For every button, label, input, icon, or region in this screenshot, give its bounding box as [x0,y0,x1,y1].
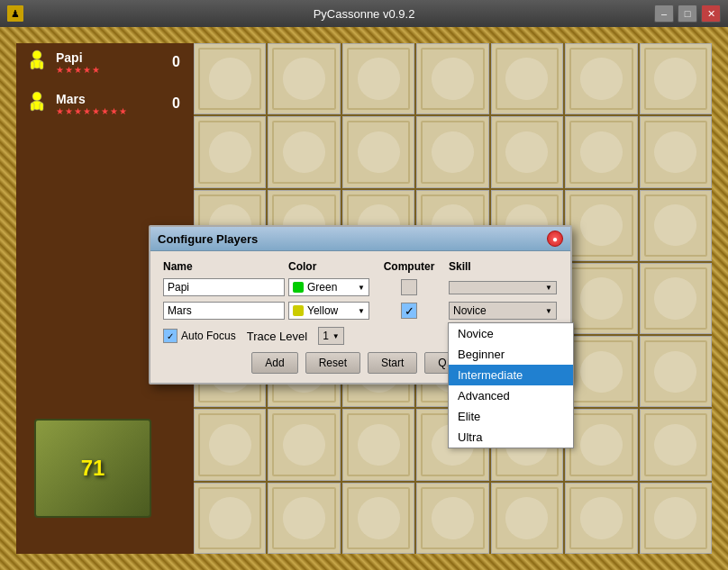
tile[interactable] [640,336,712,407]
tile[interactable] [416,483,488,554]
tile[interactable] [416,116,488,187]
dialog-column-headers: Name Color Computer Skill [163,260,558,273]
tile[interactable] [491,483,563,554]
player-card-mars: Mars ★★★★★★★★ 0 [16,85,187,122]
player-1-skill-select[interactable]: ▼ [449,281,557,294]
col-header-skill: Skill [449,260,557,273]
tile[interactable] [640,190,712,261]
tile[interactable] [640,483,712,554]
tile[interactable] [268,43,340,114]
player-2-color-select[interactable]: Yellow ▼ [288,302,369,320]
player-row-2: Yellow ▼ ✓ Novice ▼ [163,302,558,320]
player-score-mars: 0 [162,95,180,112]
player-1-computer-checkbox[interactable] [401,279,417,295]
tile[interactable] [640,409,712,480]
tile[interactable] [565,409,637,480]
player-name-mars: Mars [56,92,157,106]
player-2-color-label: Yellow [307,304,358,317]
tile[interactable] [268,483,340,554]
trace-arrow: ▼ [332,332,340,340]
skill-arrow-1: ▼ [545,284,552,292]
tile[interactable] [491,116,563,187]
tile[interactable] [416,43,488,114]
tile[interactable] [640,43,712,114]
tile-stack-image: 71 [34,419,151,518]
window-controls: – □ ✕ [654,5,721,23]
tile[interactable] [565,336,637,407]
meeple-papi [23,49,50,76]
auto-focus-label: ✓ Auto Focus [163,329,236,343]
tile[interactable] [565,263,637,334]
tile[interactable] [342,43,414,114]
tile[interactable] [491,409,563,480]
tile[interactable] [565,483,637,554]
player-1-name-input[interactable] [163,278,285,296]
close-button[interactable]: ✕ [701,5,721,23]
player-card-papi: Papi ★★★★★ 0 [16,43,187,81]
tile[interactable] [640,263,712,334]
player-2-skill-value: Novice [453,304,545,317]
dialog-buttons: Add Reset Start Q... [163,352,558,374]
options-row: ✓ Auto Focus Trace Level 1 ▼ [163,327,558,345]
player-stars-mars: ★★★★★★★★ [56,106,157,116]
player-stars-papi: ★★★★★ [56,65,157,75]
add-button[interactable]: Add [251,352,297,374]
svg-text:♟: ♟ [11,8,20,19]
tile[interactable] [565,43,637,114]
svg-point-6 [32,92,41,101]
col-header-computer: Computer [373,260,445,273]
trace-value: 1 [323,330,329,342]
tile[interactable] [640,116,712,187]
app-icon: ♟ [7,5,23,22]
start-button[interactable]: Start [368,352,417,374]
meeple-mars [23,90,50,117]
color-dropdown-arrow-1: ▼ [358,284,365,292]
player-1-color-label: Green [307,281,358,294]
quit-button[interactable]: Q... [424,352,469,374]
tile-stack: 71 [34,419,160,527]
player-2-computer-checkbox[interactable]: ✓ [401,303,417,319]
player-2-name-input[interactable] [163,302,285,320]
dialog-close-button[interactable]: ● [547,231,563,247]
tile[interactable] [565,190,637,261]
tile[interactable] [342,116,414,187]
tile[interactable] [342,483,414,554]
player-2-computer-cell: ✓ [373,303,445,319]
svg-rect-4 [31,61,34,69]
tile[interactable] [565,116,637,187]
tile[interactable] [342,409,414,480]
svg-rect-9 [40,103,43,111]
title-bar: ♟ PyCassonne v0.9.2 – □ ✕ [0,0,728,27]
window-title: PyCassonne v0.9.2 [314,7,415,21]
svg-point-2 [32,50,41,59]
tile[interactable] [268,409,340,480]
auto-focus-checkbox[interactable]: ✓ [163,329,177,343]
player-row-1: Green ▼ ▼ [163,278,558,296]
col-header-color: Color [288,260,369,273]
player-1-color-select[interactable]: Green ▼ [288,278,369,296]
tile[interactable] [194,483,266,554]
tile[interactable] [491,43,563,114]
dialog-title: Configure Players [158,232,258,246]
tile[interactable] [194,116,266,187]
reset-button[interactable]: Reset [305,352,360,374]
tile[interactable] [268,116,340,187]
game-area: Papi ★★★★★ 0 Mars ★★★★★★★★ 0 [0,27,728,570]
svg-rect-8 [31,103,34,111]
tile[interactable] [194,43,266,114]
tile[interactable] [194,409,266,480]
player-2-skill-select[interactable]: Novice ▼ [449,302,557,320]
tile[interactable] [416,409,488,480]
configure-players-dialog: Configure Players ● Name Color Computer … [149,225,572,385]
maximize-button[interactable]: □ [678,5,697,23]
player-info-mars: Mars ★★★★★★★★ [56,92,157,116]
player-info-papi: Papi ★★★★★ [56,50,157,75]
player-score-papi: 0 [162,54,180,70]
trace-level-text: Trace Level [247,330,307,343]
minimize-button[interactable]: – [654,5,674,23]
trace-level-select[interactable]: 1 ▼ [318,327,344,345]
player-name-papi: Papi [56,50,157,65]
svg-rect-5 [40,61,43,69]
skill-arrow-2: ▼ [545,307,552,315]
player-1-computer-cell [373,279,445,295]
